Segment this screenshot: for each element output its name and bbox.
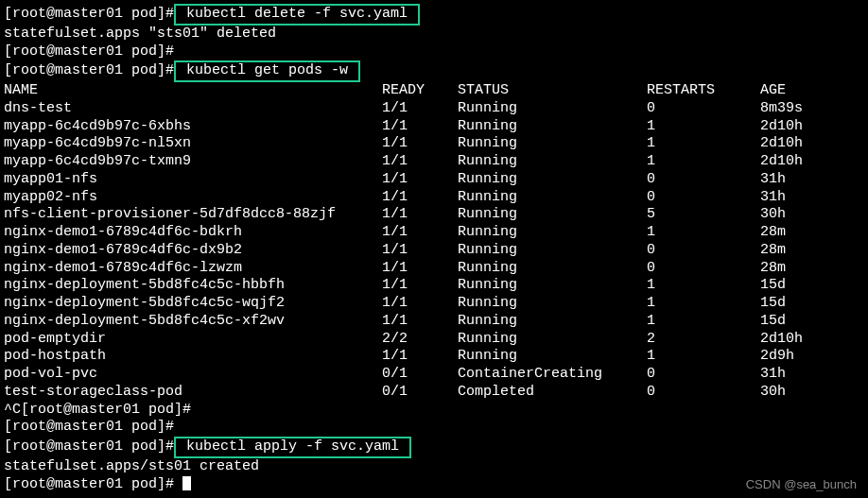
cell-ready: 1/1 (382, 171, 458, 189)
table-row: dns-test1/1Running08m39s (4, 100, 864, 118)
cell-status: Running (458, 242, 647, 260)
cell-ready: 1/1 (382, 242, 458, 260)
cell-name: pod-emptydir (4, 331, 382, 349)
shell-prompt: [root@master01 pod]# (4, 6, 174, 22)
col-restarts: RESTARTS (647, 82, 760, 100)
cell-name: pod-vol-pvc (4, 366, 382, 384)
cell-status: Running (458, 135, 647, 153)
cmd-get-pods: kubectl get pods -w (174, 60, 360, 82)
terminal[interactable]: [root@master01 pod]# kubectl delete -f s… (4, 4, 864, 493)
cursor-icon (182, 476, 191, 490)
cell-status: Running (458, 260, 647, 278)
cell-age: 31h (760, 171, 864, 189)
table-row: myapp-6c4cd9b97c-nl5xn1/1Running12d10h (4, 135, 864, 153)
cell-name: nginx-deployment-5bd8fc4c5c-wqjf2 (4, 295, 382, 313)
cell-name: nginx-deployment-5bd8fc4c5c-hbbfh (4, 277, 382, 295)
table-row: nginx-deployment-5bd8fc4c5c-hbbfh1/1Runn… (4, 277, 864, 295)
table-row: nginx-deployment-5bd8fc4c5c-wqjf21/1Runn… (4, 295, 864, 313)
cell-restarts: 2 (647, 331, 760, 349)
cell-name: myapp-6c4cd9b97c-6xbhs (4, 118, 382, 136)
cell-age: 2d10h (760, 135, 864, 153)
cell-age: 2d10h (760, 331, 864, 349)
cell-name: nfs-client-provisioner-5d7df8dcc8-88zjf (4, 206, 382, 224)
cell-name: myapp01-nfs (4, 171, 382, 189)
cell-status: Running (458, 313, 647, 331)
cell-restarts: 0 (647, 242, 760, 260)
cell-status: Running (458, 224, 647, 242)
cell-restarts: 1 (647, 348, 760, 366)
cell-ready: 1/1 (382, 189, 458, 207)
cell-age: 28m (760, 224, 864, 242)
cell-restarts: 0 (647, 260, 760, 278)
table-row: nginx-deployment-5bd8fc4c5c-xf2wv1/1Runn… (4, 313, 864, 331)
cell-ready: 1/1 (382, 135, 458, 153)
cell-ready: 1/1 (382, 224, 458, 242)
col-name: NAME (4, 82, 382, 100)
cell-restarts: 0 (647, 366, 760, 384)
table-row: myapp-6c4cd9b97c-txmn91/1Running12d10h (4, 153, 864, 171)
cell-name: myapp-6c4cd9b97c-txmn9 (4, 153, 382, 171)
cell-age: 30h (760, 384, 864, 402)
table-row: pod-vol-pvc0/1ContainerCreating031h (4, 366, 864, 384)
cell-ready: 1/1 (382, 206, 458, 224)
cell-restarts: 0 (647, 100, 760, 118)
cell-name: nginx-demo1-6789c4df6c-dx9b2 (4, 242, 382, 260)
cell-restarts: 1 (647, 295, 760, 313)
cell-name: nginx-deployment-5bd8fc4c5c-xf2wv (4, 313, 382, 331)
cell-ready: 1/1 (382, 313, 458, 331)
col-age: AGE (760, 82, 864, 100)
prompt-line: [root@master01 pod]# kubectl apply -f sv… (4, 437, 864, 458)
cell-age: 8m39s (760, 100, 864, 118)
cell-age: 30h (760, 206, 864, 224)
cell-restarts: 1 (647, 277, 760, 295)
table-row: pod-hostpath1/1Running12d9h (4, 348, 864, 366)
cell-age: 15d (760, 313, 864, 331)
cell-status: Running (458, 277, 647, 295)
cell-status: Completed (458, 384, 647, 402)
cell-restarts: 0 (647, 189, 760, 207)
cell-age: 31h (760, 189, 864, 207)
cell-status: Running (458, 189, 647, 207)
cell-name: nginx-demo1-6789c4df6c-bdkrh (4, 224, 382, 242)
cell-name: nginx-demo1-6789c4df6c-lzwzm (4, 260, 382, 278)
table-row: test-storageclass-pod0/1Completed030h (4, 384, 864, 402)
table-row: nfs-client-provisioner-5d7df8dcc8-88zjf1… (4, 206, 864, 224)
table-row: myapp-6c4cd9b97c-6xbhs1/1Running12d10h (4, 118, 864, 136)
cell-status: Running (458, 100, 647, 118)
cell-age: 28m (760, 260, 864, 278)
shell-prompt: [root@master01 pod]# (4, 476, 182, 492)
cell-ready: 1/1 (382, 295, 458, 313)
table-row: nginx-demo1-6789c4df6c-bdkrh1/1Running12… (4, 224, 864, 242)
pod-table-body: dns-test1/1Running08m39smyapp-6c4cd9b97c… (4, 100, 864, 402)
cell-age: 2d9h (760, 348, 864, 366)
cell-ready: 1/1 (382, 118, 458, 136)
output-delete: statefulset.apps "sts01" deleted (4, 26, 864, 43)
cell-ready: 1/1 (382, 153, 458, 171)
cell-restarts: 1 (647, 135, 760, 153)
cell-name: myapp02-nfs (4, 189, 382, 207)
table-row: nginx-demo1-6789c4df6c-lzwzm1/1Running02… (4, 260, 864, 278)
output-apply: statefulset.apps/sts01 created (4, 458, 864, 476)
table-header: NAMEREADYSTATUSRESTARTSAGE (4, 82, 864, 100)
cell-ready: 1/1 (382, 260, 458, 278)
cell-status: ContainerCreating (458, 366, 647, 384)
table-row: pod-emptydir2/2Running22d10h (4, 331, 864, 349)
cell-ready: 1/1 (382, 348, 458, 366)
cell-age: 28m (760, 242, 864, 260)
shell-prompt: [root@master01 pod]# (4, 43, 864, 61)
prompt-line: [root@master01 pod]# kubectl get pods -w (4, 60, 864, 82)
table-row: myapp01-nfs1/1Running031h (4, 171, 864, 189)
cell-ready: 1/1 (382, 100, 458, 118)
cell-name: dns-test (4, 100, 382, 118)
col-ready: READY (382, 82, 458, 100)
cell-status: Running (458, 331, 647, 349)
cell-age: 31h (760, 366, 864, 384)
table-row: myapp02-nfs1/1Running031h (4, 189, 864, 207)
cell-ready: 2/2 (382, 331, 458, 349)
cell-age: 15d (760, 277, 864, 295)
cell-restarts: 0 (647, 171, 760, 189)
cell-status: Running (458, 153, 647, 171)
cell-restarts: 1 (647, 224, 760, 242)
col-status: STATUS (458, 82, 647, 100)
table-row: nginx-demo1-6789c4df6c-dx9b21/1Running02… (4, 242, 864, 260)
